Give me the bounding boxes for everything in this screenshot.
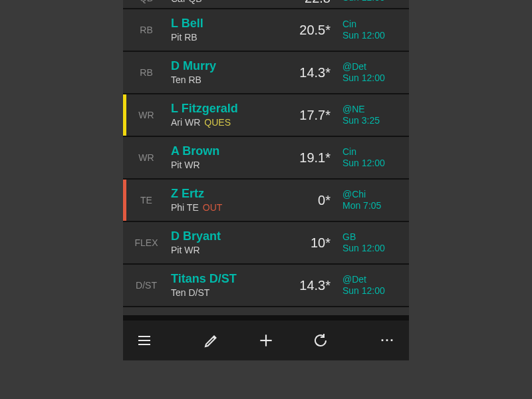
player-status: OUT xyxy=(203,202,223,213)
status-stripe xyxy=(123,94,126,136)
bottom-toolbar: ··· xyxy=(123,321,409,360)
player-sub: Ten RB xyxy=(171,74,289,85)
player-sub: Ten D/ST xyxy=(171,287,289,298)
projection: 17.7* xyxy=(289,108,342,123)
game-time: Sun 12:00 xyxy=(342,72,409,84)
player-status: QUES xyxy=(204,117,231,128)
more-icon[interactable]: ··· xyxy=(378,331,397,350)
position-slot: RB xyxy=(123,25,170,35)
projection: 19.1* xyxy=(289,150,342,166)
projection: 14.3* xyxy=(289,65,342,80)
projection: 14.3* xyxy=(289,278,342,293)
game-time: Sun 12:00 xyxy=(342,30,409,42)
edit-icon[interactable] xyxy=(202,331,221,350)
position-slot: WR xyxy=(123,110,170,120)
game-info: @DetSun 12:00 xyxy=(342,61,409,84)
opponent: @Det xyxy=(342,274,409,286)
opponent: @Chi xyxy=(342,189,409,201)
roster-row[interactable]: RBL BellPit RB20.5*CinSun 12:00 xyxy=(123,9,409,51)
game-time: Sun 12:00 xyxy=(342,158,409,170)
phone-frame: QBCar QB22.8Sun 12:00RBL BellPit RB20.5*… xyxy=(123,0,409,360)
game-info: CinSun 12:00 xyxy=(342,19,409,42)
player-sub: Pit WR xyxy=(171,245,289,255)
game-info: @ChiMon 7:05 xyxy=(342,189,409,212)
roster-row[interactable]: D/STTitans D/STTen D/ST14.3*@DetSun 12:0… xyxy=(123,265,409,306)
game-time: Sun 12:00 xyxy=(342,0,409,4)
player-name: D Murry xyxy=(171,60,289,73)
player-team-pos: Car QB xyxy=(171,0,202,4)
add-icon[interactable] xyxy=(257,331,275,350)
position-slot: QB xyxy=(123,0,170,3)
player-name: Titans D/ST xyxy=(171,273,289,286)
player-main: Titans D/STTen D/ST xyxy=(170,273,289,298)
opponent: Cin xyxy=(342,19,409,31)
roster-row[interactable]: WRL FitzgeraldAri WRQUES17.7*@NESun 3:25 xyxy=(123,94,409,136)
player-team-pos: Ten D/ST xyxy=(171,287,209,298)
player-team-pos: Pit WR xyxy=(171,160,200,170)
opponent: @NE xyxy=(342,104,409,116)
roster-row[interactable]: RBD MurryTen RB14.3*@DetSun 12:00 xyxy=(123,52,409,93)
position-slot: FLEX xyxy=(123,237,170,248)
game-info: Sun 12:00 xyxy=(342,0,409,4)
player-team-pos: Phi TE xyxy=(171,202,199,213)
roster-row[interactable]: QBCar QB22.8Sun 12:00 xyxy=(123,0,409,8)
player-sub: Car QB xyxy=(171,0,289,4)
roster-row[interactable]: FLEXD BryantPit WR10*GBSun 12:00 xyxy=(123,222,409,263)
opponent: GB xyxy=(342,231,409,243)
player-name: A Brown xyxy=(171,145,289,158)
player-main: D BryantPit WR xyxy=(170,230,289,255)
roster-row[interactable]: TEZ ErtzPhi TEOUT0*@ChiMon 7:05 xyxy=(123,180,409,221)
game-time: Sun 3:25 xyxy=(342,115,409,127)
player-main: L BellPit RB xyxy=(170,17,289,43)
projection: 22.8 xyxy=(289,0,342,6)
game-info: @DetSun 12:00 xyxy=(342,274,409,297)
player-team-pos: Ari WR xyxy=(171,117,200,128)
game-info: @NESun 3:25 xyxy=(342,104,409,127)
game-time: Sun 12:00 xyxy=(342,243,409,255)
player-main: D MurryTen RB xyxy=(170,60,289,85)
player-main: L FitzgeraldAri WRQUES xyxy=(170,102,289,128)
position-slot: RB xyxy=(123,67,170,78)
player-name: L Bell xyxy=(171,17,289,31)
spacer xyxy=(123,307,409,315)
projection: 20.5* xyxy=(289,23,342,38)
game-time: Sun 12:00 xyxy=(342,285,409,297)
game-info: CinSun 12:00 xyxy=(342,146,409,170)
player-team-pos: Pit WR xyxy=(171,245,200,255)
game-info: GBSun 12:00 xyxy=(342,231,409,255)
player-main: Z ErtzPhi TEOUT xyxy=(170,188,289,213)
projection: 0* xyxy=(289,193,342,208)
player-main: A BrownPit WR xyxy=(170,145,289,170)
player-name: L Fitzgerald xyxy=(171,102,289,116)
refresh-icon[interactable] xyxy=(311,331,330,350)
position-slot: WR xyxy=(123,152,170,163)
player-team-pos: Pit RB xyxy=(171,32,198,43)
projection: 10* xyxy=(289,235,342,251)
position-slot: D/ST xyxy=(123,280,170,291)
player-sub: Ari WRQUES xyxy=(171,117,289,128)
status-stripe xyxy=(123,180,126,221)
opponent: Cin xyxy=(342,146,409,158)
hamburger-icon[interactable] xyxy=(135,331,154,350)
player-sub: Phi TEOUT xyxy=(171,202,289,213)
player-team-pos: Ten RB xyxy=(171,74,201,85)
opponent: @Det xyxy=(342,61,409,73)
roster-list: QBCar QB22.8Sun 12:00RBL BellPit RB20.5*… xyxy=(123,0,409,321)
player-sub: Pit RB xyxy=(171,32,289,43)
roster-row[interactable]: WRA BrownPit WR19.1*CinSun 12:00 xyxy=(123,137,409,178)
player-name: D Bryant xyxy=(171,230,289,243)
player-name: Z Ertz xyxy=(171,188,289,201)
game-time: Mon 7:05 xyxy=(342,200,409,212)
player-sub: Pit WR xyxy=(171,160,289,170)
player-main: Car QB xyxy=(170,0,289,4)
position-slot: TE xyxy=(123,195,170,205)
